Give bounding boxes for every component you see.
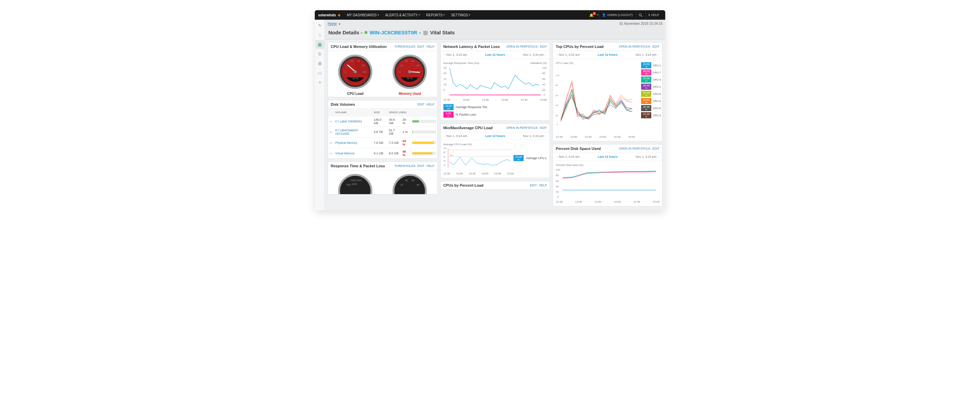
table-row: ▭ D:\ Label:DataVol AEA2192E 3.6 TB51.7 … bbox=[328, 127, 437, 138]
next-arrow[interactable]: › bbox=[656, 53, 659, 56]
legend-item[interactable]: 51.00%CPU 5 bbox=[641, 98, 661, 104]
prev-arrow[interactable]: ‹ bbox=[556, 53, 559, 56]
gauge-cpu: 02040 6080100 33 % CPU Load bbox=[337, 53, 374, 95]
menu-reports[interactable]: REPORTS▾ bbox=[426, 13, 445, 17]
vital-stats-icon: ▦ bbox=[423, 29, 428, 36]
help-button[interactable]: ℹHELP bbox=[646, 10, 662, 20]
main-content: Home ▸ 01 November 2018 15:24:15 Node De… bbox=[325, 20, 665, 210]
timerange-label[interactable]: Last 12 hours bbox=[485, 53, 505, 56]
legend-item[interactable]: 26.00%CPU 2 bbox=[641, 84, 661, 90]
link-edit[interactable]: EDIT bbox=[540, 45, 547, 48]
sidebar-item-6[interactable]: ✧ bbox=[315, 78, 324, 87]
svg-text:0: 0 bbox=[345, 70, 346, 73]
link-open[interactable]: OPEN IN PERFSTACK bbox=[619, 45, 651, 48]
status-dot-icon bbox=[364, 31, 368, 34]
link-help[interactable]: HELP bbox=[426, 164, 434, 168]
legend-item[interactable]: 26.00%CPU 1 bbox=[641, 62, 661, 68]
page-timestamp: 01 November 2018 15:24:15 bbox=[619, 22, 662, 25]
card-disk-volumes: Disk Volumes EDIT HELP VOLUME SIZE bbox=[328, 100, 438, 159]
link-edit[interactable]: EDIT bbox=[540, 126, 547, 130]
volume-link[interactable]: D:\ Label:DataVol AEA2192E bbox=[335, 129, 358, 135]
table-row: ▭ Virtual Memory 9.1 GB8.0 GB 88 % bbox=[328, 148, 437, 159]
link-help[interactable]: HELP bbox=[426, 103, 434, 106]
brand-icon bbox=[337, 13, 342, 17]
link-open[interactable]: OPEN IN PERFSTACK bbox=[506, 126, 538, 130]
caret-icon: ▾ bbox=[469, 14, 470, 16]
link-edit[interactable]: EDIT bbox=[417, 45, 425, 48]
gauge-mem-svg: 02040 6080100 92 % bbox=[391, 53, 428, 90]
svg-text:80: 80 bbox=[556, 174, 559, 177]
legend-item[interactable]: 32.00%CPU 8 bbox=[641, 91, 661, 97]
svg-text:60: 60 bbox=[556, 179, 559, 183]
svg-text:80: 80 bbox=[417, 183, 420, 186]
svg-text:33 %: 33 % bbox=[353, 77, 358, 80]
svg-text:100: 100 bbox=[362, 70, 366, 73]
svg-line-1 bbox=[641, 16, 643, 17]
next-arrow[interactable]: › bbox=[544, 53, 547, 56]
legend-item[interactable]: 32.00%CPU 3 bbox=[641, 112, 661, 118]
card-title: Min/Max/Average CPU Load bbox=[443, 126, 493, 130]
brand-logo[interactable]: solarwinds bbox=[318, 13, 342, 17]
volume-link[interactable]: C:\ Label: D6499D61 bbox=[335, 120, 362, 123]
gauge-response-svg: 500100015002000 bbox=[337, 172, 374, 194]
next-arrow[interactable]: › bbox=[656, 155, 659, 159]
volume-link[interactable]: Virtual Memory bbox=[335, 152, 355, 155]
menu-dashboards[interactable]: MY DASHBOARDS▾ bbox=[347, 13, 379, 17]
caret-icon: ▾ bbox=[597, 14, 598, 16]
link-edit[interactable]: EDIT bbox=[530, 184, 537, 187]
svg-text:40: 40 bbox=[556, 185, 559, 188]
node-link[interactable]: WIN-JC6CBES5T0R bbox=[369, 30, 417, 35]
svg-text:1000: 1000 bbox=[350, 178, 356, 181]
link-thresholds[interactable]: THRESHOLDS bbox=[395, 164, 415, 168]
sidebar-item-3[interactable]: ⎘ bbox=[315, 50, 324, 59]
app-window: solarwinds MY DASHBOARDS▾ ALERTS & ACTIV… bbox=[315, 10, 665, 210]
svg-text:80: 80 bbox=[542, 72, 546, 75]
svg-text:60: 60 bbox=[412, 178, 414, 181]
prev-arrow[interactable]: ‹ bbox=[443, 53, 447, 56]
chevron-right-icon: ▸ bbox=[339, 22, 340, 25]
notification-badge: 2 bbox=[593, 12, 595, 15]
link-edit[interactable]: EDIT bbox=[653, 45, 660, 48]
user-menu[interactable]: 👤ADMIN (LOGOUT) bbox=[599, 10, 636, 20]
svg-text:0: 0 bbox=[557, 123, 558, 125]
menu-alerts[interactable]: ALERTS & ACTIVITY▾ bbox=[385, 13, 420, 17]
link-edit[interactable]: EDIT bbox=[417, 164, 425, 168]
link-edit[interactable]: EDIT bbox=[417, 103, 425, 106]
svg-text:0: 0 bbox=[557, 195, 559, 198]
link-help[interactable]: HELP bbox=[539, 184, 547, 187]
link-open[interactable]: OPEN IN PERFSTACK bbox=[506, 45, 538, 48]
svg-text:5: 5 bbox=[443, 88, 445, 92]
breadcrumb-home[interactable]: Home bbox=[328, 22, 337, 25]
notifications-button[interactable]: 🔔2▾ bbox=[589, 10, 598, 20]
sidebar-item-5[interactable]: ▭ bbox=[315, 69, 324, 78]
title-suffix: - bbox=[419, 30, 421, 35]
prev-arrow[interactable]: ‹ bbox=[443, 134, 447, 138]
sidebar-node[interactable]: ▦ bbox=[315, 40, 324, 49]
svg-text:0: 0 bbox=[399, 70, 401, 73]
legend-item[interactable]: 45.00%CPU 7 bbox=[641, 69, 661, 76]
svg-point-22 bbox=[408, 70, 411, 73]
volume-link[interactable]: Physical Memory bbox=[335, 141, 357, 144]
next-arrow[interactable]: › bbox=[544, 134, 547, 138]
svg-text:15: 15 bbox=[443, 78, 447, 81]
link-thresholds[interactable]: THRESHOLDS bbox=[395, 45, 415, 48]
card-response-time: Response Time & Packet Loss THRESHOLDS E… bbox=[328, 162, 438, 194]
card-title: Disk Volumes bbox=[331, 102, 355, 106]
link-open[interactable]: OPEN IN PERFSTACK bbox=[619, 147, 651, 150]
prev-arrow[interactable]: ‹ bbox=[556, 155, 559, 159]
axis-left: Average Response Time (ms) bbox=[443, 62, 479, 65]
sidebar-edit[interactable]: ✎ bbox=[315, 21, 324, 30]
sidebar-item-4[interactable]: ⊞ bbox=[315, 59, 324, 68]
svg-text:20: 20 bbox=[556, 114, 558, 117]
link-edit[interactable]: EDIT bbox=[653, 147, 660, 150]
topbar-right: 🔔2▾ 👤ADMIN (LOGOUT) ℹHELP bbox=[589, 10, 662, 20]
column-3: Top CPUs by Percent Load OPEN IN PERFSTA… bbox=[553, 42, 662, 206]
user-icon: 👤 bbox=[602, 13, 606, 17]
search-button[interactable] bbox=[636, 10, 645, 20]
link-help[interactable]: HELP bbox=[426, 45, 434, 48]
sidebar-home[interactable]: ⌂ bbox=[315, 30, 324, 40]
menu-settings[interactable]: SETTINGS▾ bbox=[451, 13, 470, 17]
legend-item[interactable]: 32.00%CPU 6 bbox=[641, 105, 661, 111]
svg-text:40: 40 bbox=[350, 59, 353, 63]
legend-item[interactable]: 26.00%CPU 4 bbox=[641, 76, 661, 83]
